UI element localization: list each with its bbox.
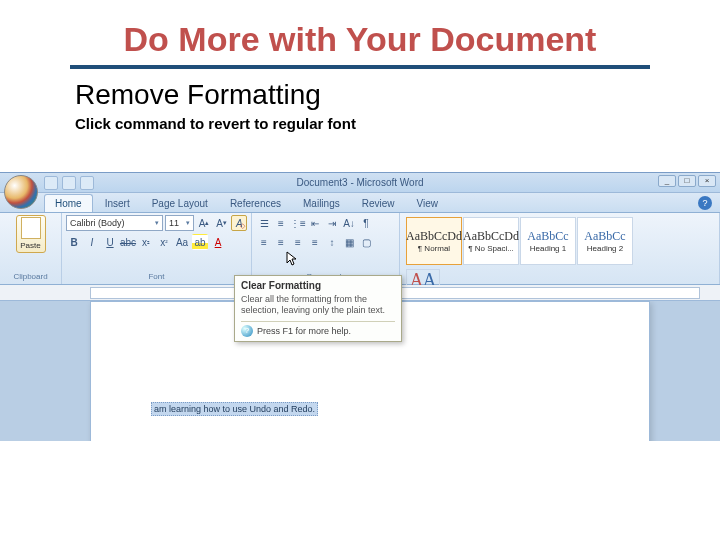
tab-references[interactable]: References <box>220 195 291 212</box>
bullets-button[interactable]: ☰ <box>256 215 272 231</box>
style-label: Heading 1 <box>530 244 566 253</box>
style-preview: AaBbCc <box>584 229 625 244</box>
qat-save-icon[interactable] <box>44 176 58 190</box>
tooltip-footer: ? Press F1 for more help. <box>241 321 395 337</box>
font-color-button[interactable]: A <box>210 234 226 250</box>
qat-redo-icon[interactable] <box>80 176 94 190</box>
decrease-indent-button[interactable]: ⇤ <box>307 215 323 231</box>
font-size-combo[interactable]: 11▾ <box>165 215 194 231</box>
shrink-font-button[interactable]: A▾ <box>214 215 230 231</box>
chevron-down-icon: ▾ <box>155 219 159 227</box>
paste-label: Paste <box>20 241 40 250</box>
align-right-button[interactable]: ≡ <box>290 234 306 250</box>
style-label: Heading 2 <box>587 244 623 253</box>
chevron-down-icon: ▾ <box>186 219 190 227</box>
cursor-icon <box>286 251 298 267</box>
maximize-button[interactable]: □ <box>678 175 696 187</box>
superscript-button[interactable]: x² <box>156 234 172 250</box>
tab-home[interactable]: Home <box>44 194 93 212</box>
window-title: Document3 - Microsoft Word <box>296 177 423 188</box>
close-button[interactable]: × <box>698 175 716 187</box>
bold-button[interactable]: B <box>66 234 82 250</box>
tooltip-body: Clear all the formatting from the select… <box>241 294 395 317</box>
borders-button[interactable]: ▢ <box>358 234 374 250</box>
align-center-button[interactable]: ≡ <box>273 234 289 250</box>
group-styles: AaBbCcDd ¶ Normal AaBbCcDd ¶ No Spaci...… <box>400 213 720 284</box>
group-label-clipboard: Clipboard <box>13 271 47 282</box>
tab-review[interactable]: Review <box>352 195 405 212</box>
slide-caption: Click command to revert to regular font <box>0 115 720 152</box>
qat-undo-icon[interactable] <box>62 176 76 190</box>
justify-button[interactable]: ≡ <box>307 234 323 250</box>
style-preview: AaBbCcDd <box>463 229 519 244</box>
word-window: Document3 - Microsoft Word _ □ × Home In… <box>0 172 720 441</box>
group-paragraph: ☰ ≡ ⋮≡ ⇤ ⇥ A↓ ¶ ≡ ≡ ≡ ≡ ↕ ▦ ▢ Parag <box>252 213 400 284</box>
help-icon[interactable]: ? <box>698 196 712 210</box>
help-f1-icon: ? <box>241 325 253 337</box>
office-button[interactable] <box>4 175 38 209</box>
multilevel-list-button[interactable]: ⋮≡ <box>290 215 306 231</box>
increase-indent-button[interactable]: ⇥ <box>324 215 340 231</box>
grow-font-button[interactable]: A▴ <box>196 215 212 231</box>
style-no-spacing[interactable]: AaBbCcDd ¶ No Spaci... <box>463 217 519 265</box>
titlebar: Document3 - Microsoft Word _ □ × <box>0 173 720 193</box>
line-spacing-button[interactable]: ↕ <box>324 234 340 250</box>
sort-button[interactable]: A↓ <box>341 215 357 231</box>
italic-button[interactable]: I <box>84 234 100 250</box>
group-clipboard: Paste Clipboard <box>0 213 62 284</box>
selected-text[interactable]: am learning how to use Undo and Redo. <box>151 402 318 416</box>
tab-page-layout[interactable]: Page Layout <box>142 195 218 212</box>
style-gallery: AaBbCcDd ¶ Normal AaBbCcDd ¶ No Spaci...… <box>404 215 715 267</box>
ribbon-tabs: Home Insert Page Layout References Maili… <box>0 193 720 213</box>
underline-button[interactable]: U <box>102 234 118 250</box>
tab-view[interactable]: View <box>407 195 449 212</box>
clear-formatting-button[interactable]: A◇ <box>231 215 247 231</box>
tab-insert[interactable]: Insert <box>95 195 140 212</box>
font-name-value: Calibri (Body) <box>70 218 125 228</box>
style-preview: AaBbCcDd <box>406 229 462 244</box>
numbering-button[interactable]: ≡ <box>273 215 289 231</box>
font-name-combo[interactable]: Calibri (Body)▾ <box>66 215 163 231</box>
tab-mailings[interactable]: Mailings <box>293 195 350 212</box>
group-label-font: Font <box>66 271 247 282</box>
style-preview: AaBbCc <box>527 229 568 244</box>
font-size-value: 11 <box>169 218 179 228</box>
style-normal[interactable]: AaBbCcDd ¶ Normal <box>406 217 462 265</box>
slide-subtitle: Remove Formatting <box>0 79 720 115</box>
style-heading-2[interactable]: AaBbCc Heading 2 <box>577 217 633 265</box>
tooltip-title: Clear Formatting <box>241 280 395 291</box>
align-left-button[interactable]: ≡ <box>256 234 272 250</box>
tooltip-help-text: Press F1 for more help. <box>257 326 351 336</box>
quick-access-toolbar <box>44 176 94 190</box>
strikethrough-button[interactable]: abc <box>120 234 136 250</box>
change-case-button[interactable]: Aa <box>174 234 190 250</box>
group-font: Calibri (Body)▾ 11▾ A▴ A▾ A◇ B I U abc x… <box>62 213 252 284</box>
ribbon: Paste Clipboard Calibri (Body)▾ 11▾ A▴ A… <box>0 213 720 285</box>
style-label: ¶ No Spaci... <box>468 244 514 253</box>
highlight-button[interactable]: ab <box>192 234 208 250</box>
title-underline <box>70 65 650 69</box>
show-marks-button[interactable]: ¶ <box>358 215 374 231</box>
slide-title: Do More with Your Document <box>0 20 720 65</box>
minimize-button[interactable]: _ <box>658 175 676 187</box>
paste-button[interactable]: Paste <box>16 215 46 253</box>
style-label: ¶ Normal <box>418 244 450 253</box>
shading-button[interactable]: ▦ <box>341 234 357 250</box>
style-heading-1[interactable]: AaBbCc Heading 1 <box>520 217 576 265</box>
tooltip-clear-formatting: Clear Formatting Clear all the formattin… <box>234 275 402 342</box>
subscript-button[interactable]: x₂ <box>138 234 154 250</box>
